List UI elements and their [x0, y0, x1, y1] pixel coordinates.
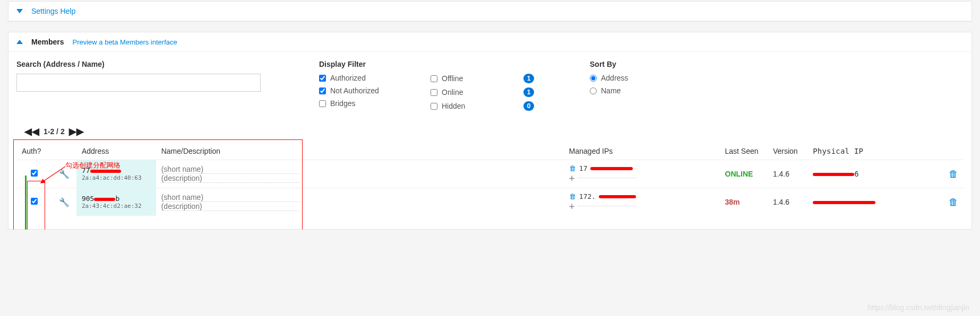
- mip-prefix: 17: [579, 164, 588, 172]
- settings-help-panel: Settings Help: [8, 1, 972, 22]
- redaction: [813, 173, 854, 176]
- svg-line-0: [41, 166, 65, 183]
- name-cell: [156, 160, 564, 188]
- filter-online[interactable]: Online 1: [431, 87, 534, 97]
- status-spacer: [431, 60, 537, 68]
- short-name-input[interactable]: [161, 165, 299, 174]
- plus-icon[interactable]: +: [569, 200, 575, 212]
- preview-beta-link[interactable]: Preview a beta Members interface: [72, 38, 177, 46]
- row-status-bar: [25, 175, 27, 230]
- managed-ips-cell: 🗑 172. +: [564, 188, 720, 216]
- mip-prefix: 172.: [579, 192, 596, 200]
- col-pip: Physical IP: [807, 143, 940, 160]
- display-filter-column: Display Filter Authorized Not Authorized…: [298, 60, 399, 115]
- col-address: Address: [76, 143, 156, 160]
- sort-name[interactable]: Name: [590, 86, 675, 95]
- redaction: [590, 167, 633, 170]
- managed-ips-cell: 🗑 17 +: [564, 160, 720, 188]
- not-authorized-label: Not Authorized: [330, 86, 379, 95]
- chevron-up-icon: [16, 40, 23, 44]
- col-delete: [940, 143, 964, 160]
- display-filter-label: Display Filter: [319, 60, 399, 68]
- hidden-checkbox[interactable]: [431, 103, 437, 110]
- description-input[interactable]: [161, 202, 299, 211]
- wrench-icon[interactable]: 🔧: [59, 198, 70, 207]
- col-wrench: [53, 143, 76, 160]
- hidden-label: Hidden: [442, 102, 465, 110]
- table-row: 🔧 77 2a:a4:ac:dd:40:63 🗑 17: [16, 160, 964, 188]
- online-checkbox[interactable]: [431, 89, 437, 96]
- address-cell[interactable]: 905b 2a:43:4c:d2:ae:32: [76, 188, 156, 216]
- addr-suffix: b: [115, 195, 119, 203]
- authorized-checkbox[interactable]: [319, 75, 326, 82]
- auth-checkbox[interactable]: [31, 170, 38, 177]
- search-label: Search (Address / Name): [16, 60, 266, 68]
- sort-name-label: Name: [601, 86, 621, 95]
- filter-hidden[interactable]: Hidden 0: [431, 101, 534, 111]
- filter-authorized[interactable]: Authorized: [319, 74, 399, 82]
- lastseen-value: ONLINE: [725, 170, 753, 178]
- filter-row: Search (Address / Name) Display Filter A…: [16, 60, 964, 115]
- offline-count-badge: 1: [523, 74, 534, 83]
- col-lastseen: Last Seen: [720, 143, 768, 160]
- not-authorized-checkbox[interactable]: [319, 87, 326, 94]
- sort-address-radio[interactable]: [590, 75, 597, 82]
- trash-icon[interactable]: 🗑: [949, 197, 958, 207]
- members-title: Members: [31, 38, 64, 46]
- bridges-checkbox[interactable]: [319, 100, 326, 107]
- sort-name-radio[interactable]: [590, 87, 597, 94]
- filter-bridges[interactable]: Bridges: [319, 99, 399, 108]
- auth-checkbox[interactable]: [31, 198, 38, 205]
- lastseen-value: 38m: [725, 198, 740, 206]
- authorized-label: Authorized: [330, 74, 366, 82]
- members-table-wrap: 勾选创建分配网络 Auth? Address Name/Description …: [16, 143, 964, 216]
- pager: ◀◀ 1-2 / 2 ▶▶: [16, 122, 964, 143]
- redaction: [599, 195, 636, 198]
- redaction: [94, 198, 115, 201]
- annotation-arrow-icon: [38, 165, 67, 186]
- offline-checkbox[interactable]: [431, 75, 437, 82]
- trash-icon[interactable]: 🗑: [949, 169, 958, 179]
- mip-input-line[interactable]: [578, 206, 637, 206]
- trash-icon[interactable]: 🗑: [569, 192, 576, 200]
- version-value: 1.4.6: [768, 188, 807, 216]
- pager-range: 1-2 / 2: [44, 127, 65, 136]
- annotation-text: 勾选创建分配网络: [65, 161, 121, 170]
- page-first-icon[interactable]: ◀◀: [24, 126, 39, 137]
- addr-mac: 2a:43:4c:d2:ae:32: [82, 203, 151, 209]
- version-value: 1.4.6: [768, 160, 807, 188]
- addr-mac: 2a:a4:ac:dd:40:63: [82, 174, 151, 181]
- status-filter-column: Offline 1 Online 1 Hidden 0: [431, 60, 537, 115]
- offline-label: Offline: [442, 74, 463, 83]
- short-name-input[interactable]: [161, 193, 299, 202]
- members-body: Search (Address / Name) Display Filter A…: [8, 52, 972, 229]
- page-last-icon[interactable]: ▶▶: [69, 126, 84, 137]
- members-header[interactable]: Members Preview a beta Members interface: [8, 32, 972, 52]
- sort-column: Sort By Address Name: [569, 60, 675, 115]
- col-version: Version: [768, 143, 807, 160]
- table-row: 🔧 905b 2a:43:4c:d2:ae:32 🗑 1: [16, 188, 964, 216]
- col-mips: Managed IPs: [564, 143, 720, 160]
- search-input[interactable]: [16, 74, 261, 92]
- sort-address[interactable]: Address: [590, 74, 675, 82]
- pip-tail: 6: [854, 170, 859, 178]
- sort-address-label: Address: [601, 74, 628, 82]
- settings-help-header[interactable]: Settings Help: [8, 2, 972, 21]
- col-name: Name/Description: [156, 143, 564, 160]
- addr-prefix: 905: [82, 195, 94, 203]
- physical-ip-cell: 6: [807, 160, 940, 188]
- search-column: Search (Address / Name): [16, 60, 266, 115]
- online-label: Online: [442, 88, 463, 96]
- redaction: [813, 201, 875, 204]
- online-count-badge: 1: [523, 87, 534, 97]
- trash-icon[interactable]: 🗑: [569, 164, 576, 172]
- bridges-label: Bridges: [330, 99, 355, 108]
- mip-input-line[interactable]: [578, 178, 637, 178]
- members-table: Auth? Address Name/Description Managed I…: [16, 143, 964, 216]
- filter-not-authorized[interactable]: Not Authorized: [319, 86, 399, 95]
- name-cell: [156, 188, 564, 216]
- plus-icon[interactable]: +: [569, 172, 575, 183]
- filter-offline[interactable]: Offline 1: [431, 74, 534, 83]
- settings-help-title: Settings Help: [31, 7, 75, 15]
- description-input[interactable]: [161, 174, 299, 183]
